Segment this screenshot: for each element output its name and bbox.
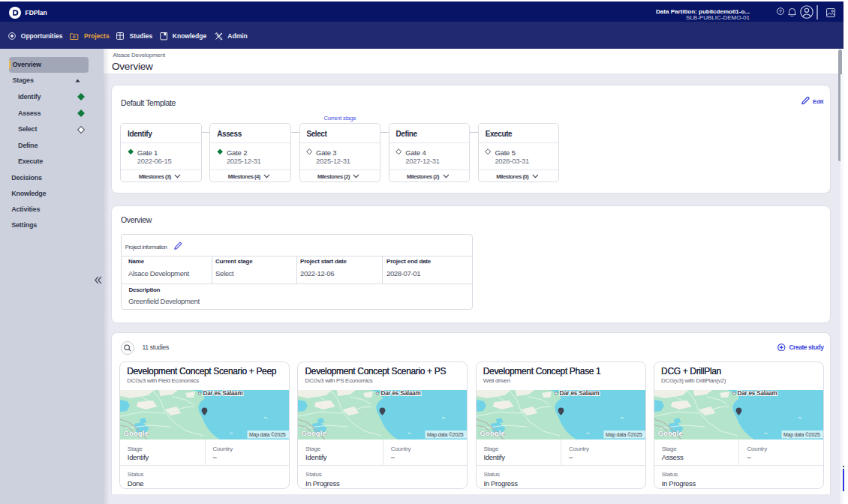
svg-text:?: ? <box>779 8 782 14</box>
